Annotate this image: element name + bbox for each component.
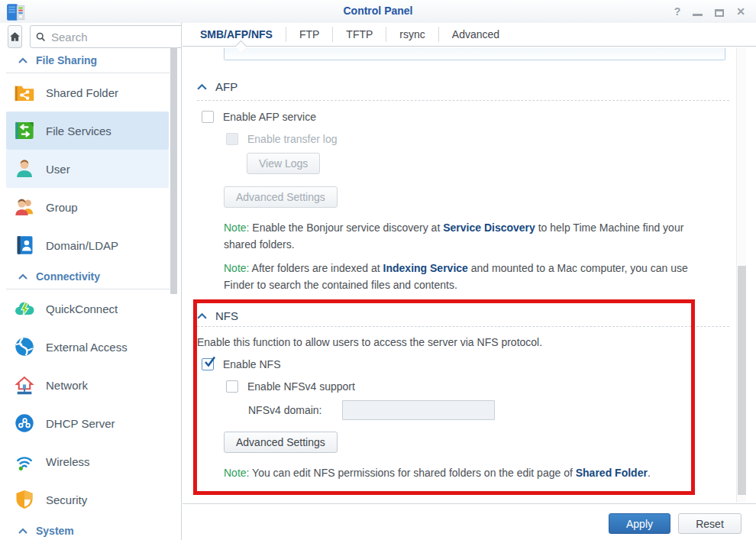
sidebar-item-network[interactable]: Network: [6, 366, 169, 404]
tab-ftp[interactable]: FTP: [286, 27, 332, 42]
afp-section-header: AFP: [197, 80, 756, 93]
close-icon[interactable]: ✕: [736, 3, 745, 20]
nfs-description: Enable this function to allow users to a…: [197, 336, 729, 348]
titlebar: Control Panel ? ✕: [0, 0, 756, 23]
collapse-icon[interactable]: [197, 83, 207, 90]
sidebar-item-wireless[interactable]: Wireless: [6, 442, 169, 480]
search-box: [30, 25, 182, 48]
clipped-text-field[interactable]: [224, 48, 725, 60]
nfsv4-domain-input[interactable]: [342, 400, 495, 420]
help-icon[interactable]: ?: [674, 3, 681, 20]
enable-nfs-checkbox[interactable]: [202, 358, 214, 370]
settings-panel: AFP Enable AFP service Enable transfer l…: [183, 47, 756, 503]
enable-nfsv4-checkbox[interactable]: [226, 380, 238, 393]
enable-nfs-label: Enable NFS: [223, 358, 280, 370]
sidebar-item-security[interactable]: Security: [6, 480, 169, 519]
enable-transfer-log-label: Enable transfer log: [247, 133, 338, 145]
chevron-up-icon: [18, 273, 27, 280]
enable-transfer-log-checkbox[interactable]: [226, 133, 238, 145]
apply-button[interactable]: Apply: [609, 513, 670, 534]
sidebar-item-quickconnect[interactable]: QuickConnect: [6, 289, 169, 328]
tab-rsync[interactable]: rsync: [386, 27, 438, 42]
nfs-section-title: NFS: [215, 309, 238, 322]
divider: [197, 100, 729, 101]
afp-note-1: Note: Enable the Bonjour service discove…: [224, 220, 719, 253]
nfsv4-domain-row: NFSv4 domain:: [248, 400, 756, 420]
search-icon: [35, 31, 47, 43]
security-icon: [14, 489, 35, 510]
tab-advanced[interactable]: Advanced: [438, 27, 512, 42]
window-title: Control Panel: [0, 5, 756, 17]
divider: [197, 326, 729, 327]
reset-button[interactable]: Reset: [678, 513, 741, 534]
nfs-advanced-settings-button[interactable]: Advanced Settings: [224, 432, 338, 453]
tab-tftp[interactable]: TFTP: [332, 27, 386, 42]
dhcp-server-icon: [14, 412, 35, 434]
afp-section-title: AFP: [215, 80, 237, 93]
enable-nfsv4-row: Enable NFSv4 support: [226, 380, 756, 393]
sidebar-scrollbar-thumb[interactable]: [170, 47, 177, 294]
chevron-up-icon: [18, 528, 27, 534]
control-panel-window: Control Panel ? ✕: [0, 0, 756, 540]
sidebar-section-file-sharing[interactable]: File Sharing: [6, 54, 170, 73]
afp-note-2: Note: After folders are indexed at Index…: [224, 260, 719, 293]
external-access-icon: [14, 336, 35, 357]
view-logs-button[interactable]: View Logs: [247, 153, 320, 174]
shared-folder-icon: [14, 82, 35, 103]
checkmark-icon: [202, 355, 217, 368]
chevron-up-icon: [18, 57, 27, 63]
enable-transfer-log-row: Enable transfer log: [226, 133, 756, 145]
maximize-icon[interactable]: [715, 9, 724, 17]
network-icon: [14, 374, 35, 396]
sidebar-item-dhcp-server[interactable]: DHCP Server: [6, 404, 169, 442]
footer-bar: Apply Reset: [183, 503, 756, 540]
sidebar: File Sharing Shared Folder Fil: [0, 23, 182, 540]
minimize-icon[interactable]: [693, 14, 703, 16]
collapse-icon[interactable]: [197, 312, 207, 319]
search-input[interactable]: [51, 31, 182, 44]
file-services-icon: [14, 120, 35, 141]
nfs-note: Note: You can edit NFS permissions for s…: [224, 465, 719, 482]
tab-bar: SMB/AFP/NFS FTP TFTP rsync Advanced: [183, 23, 756, 47]
sidebar-item-user[interactable]: User: [6, 150, 169, 188]
enable-afp-service-checkbox[interactable]: [202, 111, 214, 123]
wireless-icon: [14, 451, 35, 472]
home-icon: [8, 31, 21, 44]
sidebar-section-system[interactable]: System: [6, 525, 170, 540]
sidebar-item-group[interactable]: Group: [6, 188, 169, 226]
enable-nfsv4-label: Enable NFSv4 support: [247, 380, 355, 393]
content-scrollbar: [736, 47, 746, 503]
afp-advanced-settings-button[interactable]: Advanced Settings: [224, 186, 338, 208]
sidebar-item-file-services[interactable]: File Services: [6, 112, 169, 150]
nfsv4-domain-label: NFSv4 domain:: [248, 404, 321, 416]
enable-nfs-row: Enable NFS: [202, 358, 756, 370]
user-icon: [14, 158, 35, 179]
enable-afp-service-row: Enable AFP service: [202, 111, 756, 123]
group-icon: [14, 196, 35, 218]
domain-ldap-icon: [14, 234, 35, 256]
enable-afp-service-label: Enable AFP service: [223, 111, 316, 123]
tab-smb-afp-nfs[interactable]: SMB/AFP/NFS: [187, 27, 286, 42]
sidebar-section-connectivity[interactable]: Connectivity: [6, 270, 170, 289]
quickconnect-icon: [14, 298, 35, 319]
sidebar-item-domain-ldap[interactable]: Domain/LDAP: [6, 226, 169, 264]
home-button[interactable]: [8, 25, 22, 48]
nfs-section-header: NFS: [197, 309, 756, 322]
content-scrollbar-thumb[interactable]: [738, 266, 746, 495]
sidebar-item-shared-folder[interactable]: Shared Folder: [6, 73, 169, 112]
sidebar-item-external-access[interactable]: External Access: [6, 328, 169, 366]
